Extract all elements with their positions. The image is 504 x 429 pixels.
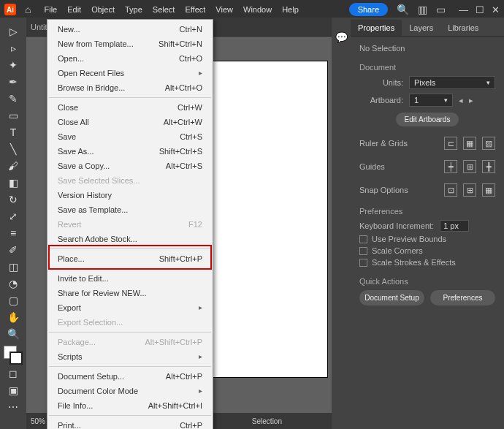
artboard-tool[interactable]: ▢ <box>4 292 22 308</box>
menu-help[interactable]: Help <box>282 5 299 14</box>
guides-show-icon[interactable]: ┿ <box>444 160 457 173</box>
rectangle-tool[interactable]: ▭ <box>4 107 22 124</box>
menu-item-export-selection: Export Selection... <box>47 315 213 330</box>
menu-window[interactable]: Window <box>243 5 272 14</box>
quick-actions-section: Quick Actions <box>359 277 495 286</box>
workspace-icon[interactable]: ▭ <box>436 4 446 15</box>
scale-corners-checkbox[interactable] <box>359 247 367 255</box>
menu-select[interactable]: Select <box>153 5 175 14</box>
pen-tool[interactable]: ✒ <box>4 74 22 90</box>
menu-separator <box>49 248 211 249</box>
menu-item-version-history[interactable]: Version History <box>47 188 213 202</box>
grid-icon[interactable]: ▦ <box>463 137 476 150</box>
tab-properties[interactable]: Properties <box>351 20 402 36</box>
keyboard-increment-label: Keyboard Increment: <box>359 221 434 230</box>
arrange-documents-icon[interactable]: ▥ <box>418 4 427 15</box>
menu-item-print[interactable]: Print...Ctrl+P <box>47 418 213 429</box>
menu-edit[interactable]: Edit <box>67 5 81 14</box>
eyedropper-tool[interactable]: ✐ <box>4 242 22 258</box>
menu-view[interactable]: View <box>215 5 233 14</box>
panel-tabs: Properties Layers Libraries <box>351 18 504 37</box>
snap-pixel-icon[interactable]: ▦ <box>482 183 495 197</box>
smart-guides-icon[interactable]: ╋ <box>482 160 495 173</box>
comments-panel-icon[interactable]: 💬 <box>332 29 350 45</box>
magic-wand-tool[interactable]: ✦ <box>4 57 22 73</box>
gradient-tool[interactable]: ◫ <box>4 259 22 275</box>
units-select[interactable]: Pixels <box>409 76 495 89</box>
ruler-grids-label: Ruler & Grids <box>359 139 438 148</box>
close-button[interactable]: ✕ <box>492 4 500 15</box>
menu-item-invite-to-edit[interactable]: Invite to Edit... <box>47 271 213 286</box>
menu-item-scripts[interactable]: Scripts <box>47 349 213 364</box>
artboard-select[interactable]: 1 <box>409 94 453 107</box>
tab-layers[interactable]: Layers <box>402 20 440 36</box>
edit-toolbar-icon[interactable]: ⋯ <box>4 399 22 415</box>
home-icon[interactable]: ⌂ <box>25 4 31 15</box>
menu-item-close-all[interactable]: Close AllAlt+Ctrl+W <box>47 115 213 129</box>
draw-mode-icon[interactable]: ◻ <box>4 365 22 381</box>
scale-strokes-checkbox[interactable] <box>359 259 367 267</box>
menu-item-new-from-template[interactable]: New from Template...Shift+Ctrl+N <box>47 37 213 51</box>
line-tool[interactable]: ╲ <box>4 141 22 157</box>
document-setup-button[interactable]: Document Setup <box>359 290 424 305</box>
menu-item-file-info[interactable]: File Info...Alt+Shift+Ctrl+I <box>47 398 213 413</box>
search-icon[interactable]: 🔍 <box>397 4 409 15</box>
menu-separator <box>49 268 211 269</box>
rotate-tool[interactable]: ↻ <box>4 191 22 208</box>
status-mode: Selection <box>252 417 282 425</box>
preferences-button[interactable]: Preferences <box>430 290 495 305</box>
paintbrush-tool[interactable]: 🖌 <box>4 158 22 174</box>
direct-selection-tool[interactable]: ▹ <box>4 40 22 56</box>
menu-item-document-color-mode[interactable]: Document Color Mode <box>47 384 213 398</box>
width-tool[interactable]: ≡ <box>4 225 22 241</box>
menu-item-place[interactable]: Place...Shift+Ctrl+P <box>47 251 213 266</box>
menu-item-save-a-copy[interactable]: Save a Copy...Alt+Ctrl+S <box>47 159 213 173</box>
artboard-next-icon[interactable]: ▸ <box>469 96 473 105</box>
units-label: Units: <box>359 78 403 87</box>
selection-tool[interactable]: ▷ <box>4 23 22 39</box>
menu-item-browse-in-bridge[interactable]: Browse in Bridge...Alt+Ctrl+O <box>47 80 213 95</box>
type-tool[interactable]: T <box>4 124 22 140</box>
screen-mode-icon[interactable]: ▣ <box>4 382 22 398</box>
curvature-tool[interactable]: ✎ <box>4 91 22 107</box>
menu-item-new[interactable]: New...Ctrl+N <box>47 22 213 37</box>
menu-item-share-for-review-new[interactable]: Share for Review NEW... <box>47 286 213 300</box>
eraser-tool[interactable]: ◧ <box>4 175 22 191</box>
menu-item-open-recent-files[interactable]: Open Recent Files <box>47 66 213 80</box>
menu-item-open[interactable]: Open...Ctrl+O <box>47 51 213 66</box>
stroke-swatch[interactable] <box>9 352 23 365</box>
menu-item-close[interactable]: CloseCtrl+W <box>47 100 213 115</box>
ruler-icon[interactable]: ⊏ <box>444 137 457 150</box>
menu-separator <box>49 332 211 333</box>
artboard-prev-icon[interactable]: ◂ <box>459 96 463 105</box>
zoom-tool[interactable]: 🔍 <box>4 326 22 342</box>
menubar: File Edit Object Type Select Effect View… <box>44 5 298 14</box>
keyboard-increment-input[interactable]: 1 px <box>440 220 469 232</box>
guides-lock-icon[interactable]: ⊞ <box>463 160 476 173</box>
hand-tool[interactable]: ✋ <box>4 309 22 325</box>
menu-effect[interactable]: Effect <box>185 5 205 14</box>
collapsed-panels: 💬 <box>332 18 351 429</box>
menu-item-export[interactable]: Export <box>47 300 213 315</box>
tab-libraries[interactable]: Libraries <box>440 20 486 36</box>
menu-item-package: Package...Alt+Shift+Ctrl+P <box>47 335 213 349</box>
maximize-button[interactable]: ☐ <box>476 4 484 15</box>
menu-item-search-adobe-stock[interactable]: Search Adobe Stock... <box>47 232 213 246</box>
color-swatches[interactable] <box>4 346 23 365</box>
shape-builder-tool[interactable]: ◔ <box>4 276 22 292</box>
menu-type[interactable]: Type <box>125 5 142 14</box>
transparency-grid-icon[interactable]: ▨ <box>482 137 495 150</box>
menu-item-save[interactable]: SaveCtrl+S <box>47 129 213 144</box>
scale-tool[interactable]: ⤢ <box>4 208 22 224</box>
snap-grid-icon[interactable]: ⊞ <box>463 183 476 197</box>
snap-point-icon[interactable]: ⊡ <box>444 183 457 197</box>
menu-file[interactable]: File <box>44 5 57 14</box>
menu-object[interactable]: Object <box>91 5 115 14</box>
minimize-button[interactable]: — <box>459 4 468 15</box>
use-preview-bounds-checkbox[interactable] <box>359 235 367 243</box>
menu-item-document-setup[interactable]: Document Setup...Alt+Ctrl+P <box>47 369 213 384</box>
menu-item-save-as[interactable]: Save As...Shift+Ctrl+S <box>47 144 213 159</box>
share-button[interactable]: Share <box>349 3 388 16</box>
edit-artboards-button[interactable]: Edit Artboards <box>396 113 459 126</box>
menu-item-save-as-template[interactable]: Save as Template... <box>47 202 213 217</box>
